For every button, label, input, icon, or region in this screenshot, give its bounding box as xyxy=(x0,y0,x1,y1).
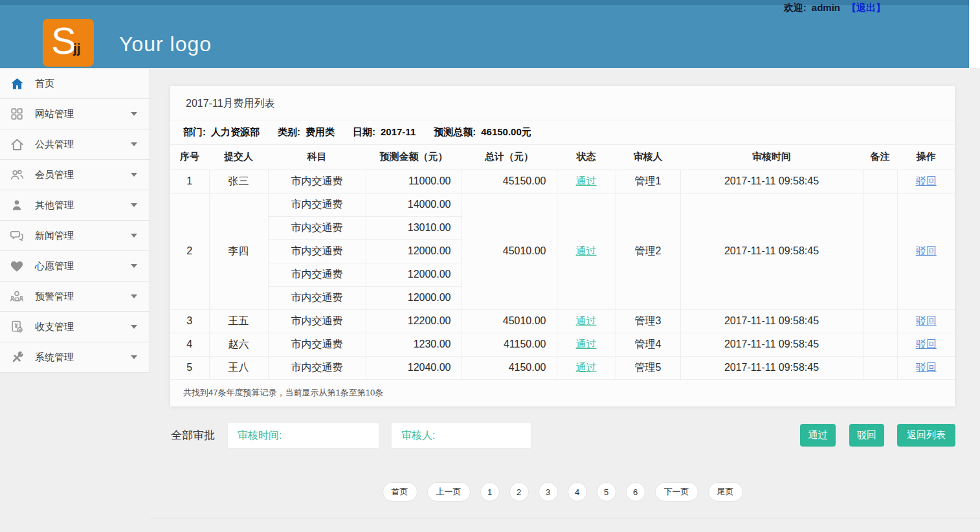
table-row: 3王五市内交通费12200.0045010.00通过管理32017-11-11 … xyxy=(170,309,955,333)
table-row: 5王八市内交通费12040.004150.00通过管理52017-11-11 0… xyxy=(170,356,955,379)
subject-cell: 市内交通费 xyxy=(268,286,366,309)
reject-row-link[interactable]: 驳回 xyxy=(916,175,937,186)
pagination-last[interactable]: 尾页 xyxy=(708,482,743,502)
submitter-cell: 王八 xyxy=(209,356,268,379)
invoice-icon xyxy=(8,320,25,334)
users-icon xyxy=(8,168,25,182)
action-cell: 驳回 xyxy=(897,333,955,356)
sidebar-item-label: 系统管理 xyxy=(35,351,74,364)
amount-cell: 12000.00 xyxy=(366,286,462,309)
approve-button[interactable]: 通过 xyxy=(800,424,836,447)
total-cell: 45010.00 xyxy=(462,193,557,309)
subject-cell: 市内交通费 xyxy=(268,309,366,333)
reject-row-link[interactable]: 驳回 xyxy=(916,338,937,349)
pagination-prev[interactable]: 上一页 xyxy=(427,482,471,502)
auditor-input[interactable] xyxy=(392,423,531,448)
sidebar-item-finance-management[interactable]: 收支管理 xyxy=(0,312,150,342)
sidebar-item-member-management[interactable]: 会员管理 xyxy=(0,160,150,190)
subject-cell: 市内交通费 xyxy=(268,356,366,379)
amount-cell: 12000.00 xyxy=(366,239,462,263)
logout-link[interactable]: 【退出】 xyxy=(847,2,885,13)
sidebar-item-home[interactable]: 首页 xyxy=(0,69,150,99)
pagination-page-4[interactable]: 4 xyxy=(568,482,587,502)
sidebar: 首页 网站管理 公共管理 会员管理 其他管理 xyxy=(0,68,150,373)
amount-cell: 11000.00 xyxy=(366,170,462,193)
status-pass-link[interactable]: 通过 xyxy=(576,245,597,256)
chevron-down-icon xyxy=(131,173,137,177)
filter-forecast-total: 预测总额:46150.00元 xyxy=(434,126,531,139)
total-cell: 41150.00 xyxy=(462,333,557,356)
note-cell xyxy=(863,170,897,193)
col-no: 序号 xyxy=(170,145,209,170)
result-summary: 共找到47条年度预算记录，当前显示从第1条至第10条 xyxy=(170,380,955,406)
reject-row-link[interactable]: 驳回 xyxy=(916,245,937,256)
subject-cell: 市内交通费 xyxy=(268,170,366,193)
col-total: 总计（元） xyxy=(462,145,557,170)
status-cell: 通过 xyxy=(557,193,616,309)
sidebar-item-system-management[interactable]: 系统管理 xyxy=(0,342,150,373)
sidebar-item-site-management[interactable]: 网站管理 xyxy=(0,99,150,129)
amount-cell: 12000.00 xyxy=(366,263,462,286)
col-subject: 科目 xyxy=(268,145,366,170)
sidebar-item-news-management[interactable]: 新闻管理 xyxy=(0,221,150,251)
status-pass-link[interactable]: 通过 xyxy=(576,362,597,373)
pagination-page-1[interactable]: 1 xyxy=(480,482,500,502)
audit-time-cell: 2017-11-11 09:58:45 xyxy=(680,193,863,309)
auditor-cell: 管理1 xyxy=(616,170,680,193)
action-cell: 驳回 xyxy=(897,356,955,379)
pagination-first[interactable]: 首页 xyxy=(383,482,418,502)
sidebar-item-label: 网站管理 xyxy=(35,108,74,120)
col-auditor: 审核人 xyxy=(616,145,680,170)
submitter-cell: 王五 xyxy=(209,309,268,333)
subject-cell: 市内交通费 xyxy=(268,216,366,239)
username: admin xyxy=(812,2,840,13)
sidebar-item-wish-management[interactable]: 心愿管理 xyxy=(0,251,150,282)
grid-icon xyxy=(8,107,25,121)
amount-cell: 12040.00 xyxy=(366,356,462,379)
logo-letter: S xyxy=(51,17,76,65)
status-cell: 通过 xyxy=(557,356,616,379)
subject-cell: 市内交通费 xyxy=(268,239,366,263)
submitter-cell: 赵六 xyxy=(209,333,268,356)
reject-row-link[interactable]: 驳回 xyxy=(916,315,937,326)
pagination-page-5[interactable]: 5 xyxy=(597,482,616,502)
pagination-page-3[interactable]: 3 xyxy=(539,482,558,502)
audit-time-cell: 2017-11-11 09:58:45 xyxy=(680,170,863,193)
logo-sub-letters: jj xyxy=(73,41,81,56)
status-cell: 通过 xyxy=(557,170,616,193)
sidebar-item-label: 公共管理 xyxy=(35,139,74,151)
panel-title: 2017-11月费用列表 xyxy=(170,86,955,120)
total-cell: 45010.00 xyxy=(462,309,557,333)
status-pass-link[interactable]: 通过 xyxy=(576,175,597,186)
reject-button[interactable]: 驳回 xyxy=(849,424,884,447)
pagination-page-2[interactable]: 2 xyxy=(509,482,529,502)
filter-category: 类别:费用类 xyxy=(278,126,335,139)
filter-date: 日期:2017-11 xyxy=(353,126,416,139)
status-pass-link[interactable]: 通过 xyxy=(576,315,597,326)
back-to-list-button[interactable]: 返回列表 xyxy=(897,424,955,447)
audit-time-input[interactable] xyxy=(228,423,379,448)
table-row: 1张三市内交通费11000.0045150.00通过管理12017-11-11 … xyxy=(170,170,955,193)
amount-cell: 14000.00 xyxy=(366,193,462,216)
filter-department: 部门:人力资源部 xyxy=(183,126,260,139)
audit-time-cell: 2017-11-11 09:58:45 xyxy=(680,309,863,333)
alert-group-icon xyxy=(8,289,25,304)
status-pass-link[interactable]: 通过 xyxy=(576,338,597,349)
reject-row-link[interactable]: 驳回 xyxy=(916,362,937,373)
user-icon xyxy=(8,198,25,212)
sidebar-item-label: 首页 xyxy=(35,78,54,90)
sidebar-item-label: 会员管理 xyxy=(35,169,74,181)
home-icon xyxy=(8,76,25,91)
pagination-next[interactable]: 下一页 xyxy=(655,482,698,502)
chevron-down-icon xyxy=(131,234,137,238)
sidebar-item-public-management[interactable]: 公共管理 xyxy=(0,129,150,160)
pagination-page-6[interactable]: 6 xyxy=(626,482,645,502)
chat-icon xyxy=(8,228,25,243)
sidebar-item-warning-management[interactable]: 预警管理 xyxy=(0,282,150,312)
submitter-cell: 张三 xyxy=(209,170,268,193)
sidebar-item-label: 心愿管理 xyxy=(35,260,74,272)
sidebar-item-other-management[interactable]: 其他管理 xyxy=(0,190,150,221)
row-number-cell: 3 xyxy=(170,309,209,333)
filter-bar: 部门:人力资源部 类别:费用类 日期:2017-11 预测总额:46150.00… xyxy=(170,120,955,145)
app-header: 欢迎:admin【退出】 S jj Your logo xyxy=(0,0,969,68)
